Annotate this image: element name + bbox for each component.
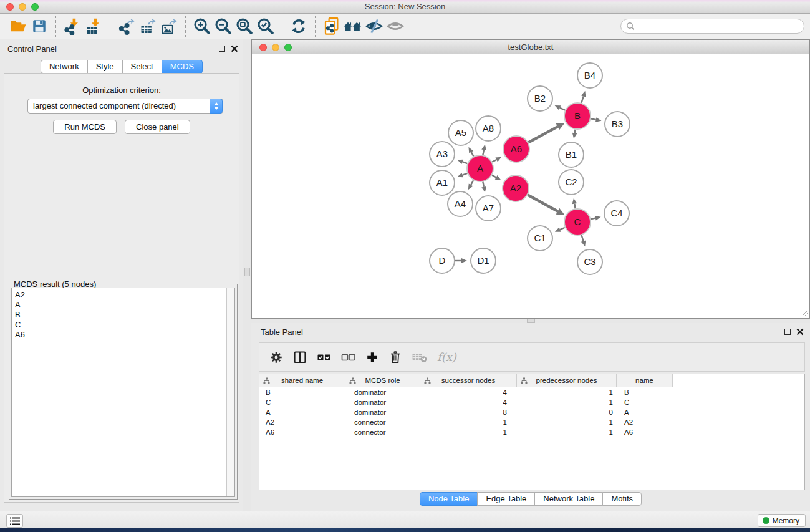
select-all-rows-icon[interactable] <box>317 352 332 363</box>
column-header-name[interactable]: name <box>617 374 673 387</box>
column-header-successor-nodes[interactable]: successor nodes <box>420 374 517 387</box>
resize-grip[interactable] <box>800 309 808 317</box>
export-image-icon[interactable] <box>158 16 180 37</box>
graph-edge-B-B3[interactable] <box>591 118 596 120</box>
column-header-predecessor-nodes[interactable]: predecessor nodes <box>517 374 617 387</box>
search-icon <box>626 22 635 33</box>
network-graph[interactable]: B4B2BB3A8A5A6B1A3AC2A1A2A4A7C4CC1C3DD1 <box>252 54 809 318</box>
zoom-out-icon[interactable] <box>213 16 234 37</box>
save-session-icon[interactable] <box>29 16 50 37</box>
close-panel-icon[interactable] <box>231 45 238 52</box>
zoom-in-icon[interactable] <box>191 16 213 37</box>
list-item[interactable]: A <box>12 300 234 310</box>
close-icon[interactable] <box>796 328 804 336</box>
import-network-icon[interactable] <box>62 16 83 37</box>
list-item[interactable]: A6 <box>12 330 234 340</box>
delete-selected-rows-icon[interactable] <box>388 351 402 364</box>
graph-node-label: A <box>477 163 483 173</box>
header-filler <box>673 374 804 387</box>
window-titlebar: Session: New Session <box>0 0 810 14</box>
task-history-button[interactable] <box>6 514 23 528</box>
column-header-shared-name[interactable]: shared name <box>259 374 345 387</box>
graph-edge-A-A7[interactable] <box>483 182 484 187</box>
tab-network[interactable]: Network <box>41 60 88 74</box>
graph-edge-C-C2[interactable] <box>574 204 575 209</box>
memory-button[interactable]: Memory <box>758 514 806 527</box>
tab-mcds[interactable]: MCDS <box>162 60 203 74</box>
graph-edge-B-B1[interactable] <box>575 130 576 133</box>
graph-edge-A-A4[interactable] <box>471 180 473 185</box>
float-panel-icon[interactable] <box>219 46 225 52</box>
settings-gear-icon[interactable] <box>269 351 283 364</box>
graph-node-label: A7 <box>483 203 494 213</box>
network-canvas[interactable]: B4B2BB3A8A5A6B1A3AC2A1A2A4A7C4CC1C3DD1 <box>252 54 809 318</box>
export-network-icon[interactable] <box>116 16 137 37</box>
chevron-down-icon <box>214 107 219 110</box>
graph-edge-arrow <box>461 258 467 263</box>
list-item[interactable]: B <box>12 310 234 320</box>
close-panel-button[interactable]: Close panel <box>125 120 190 134</box>
table-row[interactable]: A dominator 8 0 A <box>259 407 804 417</box>
table-row[interactable]: A6 connector 1 1 A6 <box>259 427 804 437</box>
node-table: shared name MCDS role successor nodes pr… <box>259 374 805 490</box>
float-panel-icon[interactable] <box>784 329 791 335</box>
graph-edge-A-A2[interactable] <box>492 175 496 178</box>
graph-edge-A6-B[interactable] <box>528 127 557 142</box>
list-item[interactable]: C <box>12 320 234 330</box>
application-window: Session: New Session <box>0 0 810 528</box>
graph-edge-C-C3[interactable] <box>582 235 584 241</box>
graph-node-label: C4 <box>610 208 622 218</box>
graph-edge-A2-C[interactable] <box>528 195 557 211</box>
table-row[interactable]: A2 connector 1 1 A2 <box>259 417 804 427</box>
tab-node-table[interactable]: Node Table <box>420 492 478 506</box>
run-mcds-button[interactable]: Run MCDS <box>53 120 117 134</box>
graph-edge-A-A5[interactable] <box>471 152 474 157</box>
tab-motifs[interactable]: Motifs <box>602 492 642 506</box>
tab-network-table[interactable]: Network Table <box>534 492 603 506</box>
graph-edge-A-A3[interactable] <box>463 162 468 163</box>
graph-node-label: B2 <box>534 93 546 104</box>
zoom-fit-icon[interactable] <box>234 16 255 37</box>
vertical-split-handle[interactable] <box>244 268 250 276</box>
search-container <box>620 19 804 34</box>
graph-node-label: B3 <box>612 118 623 129</box>
zoom-selected-icon[interactable] <box>255 16 276 37</box>
vertical-scrollbar[interactable] <box>226 288 234 496</box>
mcds-result-list[interactable]: A2 A B C A6 <box>11 288 235 497</box>
graph-edge-A-A6[interactable] <box>492 160 496 162</box>
clone-network-icon[interactable] <box>321 16 342 37</box>
refresh-view-icon[interactable] <box>288 16 309 37</box>
graph-edge-C-C4[interactable] <box>591 218 595 220</box>
add-column-icon[interactable] <box>365 351 379 364</box>
tab-edge-table[interactable]: Edge Table <box>477 492 535 506</box>
list-icon <box>10 517 20 525</box>
open-session-icon[interactable] <box>7 16 29 37</box>
graph-edge-B-B2[interactable] <box>560 108 565 110</box>
export-table-icon[interactable] <box>137 16 158 37</box>
deselect-all-rows-icon[interactable] <box>341 352 356 363</box>
main-toolbar <box>0 14 810 39</box>
dropdown-stepper-icon[interactable] <box>210 99 223 114</box>
graph-edge-A-A8[interactable] <box>483 150 484 155</box>
graph-edge-C-C1[interactable] <box>560 228 565 230</box>
show-columns-icon[interactable] <box>292 350 307 365</box>
show-graphics-details-icon[interactable] <box>385 16 406 37</box>
network-window-titlebar[interactable]: testGlobe.txt <box>252 40 809 54</box>
criterion-dropdown[interactable]: largest connected component (directed) <box>27 99 223 114</box>
column-header-mcds-role[interactable]: MCDS role <box>345 374 420 387</box>
tab-style[interactable]: Style <box>87 60 123 74</box>
graph-edge-arrow <box>572 133 577 139</box>
graph-edge-B-B4[interactable] <box>581 96 583 103</box>
import-table-icon[interactable] <box>83 16 104 37</box>
tab-select[interactable]: Select <box>122 60 162 74</box>
table-row[interactable]: C dominator 4 1 C <box>259 397 804 407</box>
search-input[interactable] <box>620 19 804 34</box>
table-toolbar: f(x) <box>259 342 805 372</box>
hide-graphics-details-icon[interactable] <box>364 16 385 37</box>
horizontal-split-handle[interactable] <box>527 319 535 323</box>
graph-edge-A-A1[interactable] <box>463 173 468 175</box>
network-overview-icon[interactable] <box>342 16 364 37</box>
graph-node-label: A2 <box>510 183 521 193</box>
list-item[interactable]: A2 <box>12 290 234 300</box>
table-row[interactable]: B dominator 4 1 B <box>259 387 804 397</box>
